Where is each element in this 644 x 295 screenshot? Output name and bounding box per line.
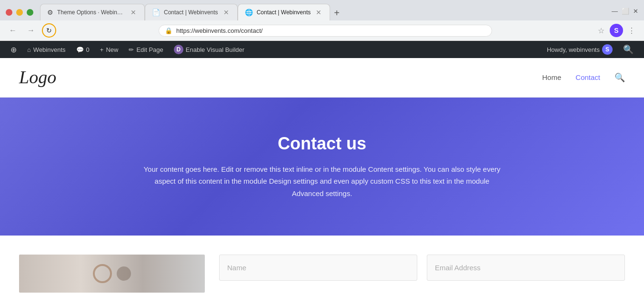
title-bar: ⚙ Theme Options · Webinvents — ✕ 📄 Conta… xyxy=(0,0,644,20)
wp-site-icon: ⌂ xyxy=(27,46,31,53)
window-controls xyxy=(6,9,33,16)
omnibar-row: ← → ↻ 🔒 ☆ S ⋮ xyxy=(0,20,644,40)
hero-description: Your content goes here. Edit or remove t… xyxy=(141,163,503,200)
hero-section: Contact us Your content goes here. Edit … xyxy=(0,98,644,236)
maximize-window-button[interactable] xyxy=(27,9,33,16)
wp-edit-page-item[interactable]: ✏ Edit Page xyxy=(124,41,168,58)
address-bar[interactable]: 🔒 xyxy=(159,25,492,37)
comments-icon: 💬 xyxy=(76,46,84,53)
browser-tabs: ⚙ Theme Options · Webinvents — ✕ 📄 Conta… xyxy=(40,4,610,20)
enable-vb-icon: D xyxy=(174,45,183,54)
minimize-window-button[interactable] xyxy=(16,9,23,16)
wp-search-button[interactable]: 🔍 xyxy=(618,41,638,58)
nav-home[interactable]: Home xyxy=(542,73,561,81)
bookmark-button[interactable]: ☆ xyxy=(594,24,608,37)
hero-title: Contact us xyxy=(278,134,366,154)
wordpress-icon: ⊕ xyxy=(10,45,17,54)
contact-image xyxy=(19,255,205,293)
tab-1-favicon: ⚙ xyxy=(47,9,53,16)
ring-decoration xyxy=(93,264,112,283)
site-header: Logo Home Contact 🔍 xyxy=(0,58,644,98)
new-icon: + xyxy=(100,46,104,53)
wp-new-item[interactable]: + New xyxy=(95,41,123,58)
wp-webinvents-item[interactable]: ⌂ Webinvents xyxy=(22,41,70,58)
browser-tab-1[interactable]: ⚙ Theme Options · Webinvents — ✕ xyxy=(40,4,145,20)
new-label: New xyxy=(106,46,118,53)
wp-enable-vb-item[interactable]: D Enable Visual Builder xyxy=(169,41,249,58)
tab-1-title: Theme Options · Webinvents — xyxy=(57,9,125,16)
menu-button[interactable]: ⋮ xyxy=(625,24,638,37)
omnibar-actions: ☆ S ⋮ xyxy=(594,24,638,37)
name-input[interactable] xyxy=(219,255,417,281)
comments-count: 0 xyxy=(86,46,90,53)
site-nav: Home Contact 🔍 xyxy=(542,72,625,83)
site-logo: Logo xyxy=(19,68,56,88)
tab-3-title: Contact | Webinvents xyxy=(257,9,311,16)
window-close-icon[interactable]: ✕ xyxy=(633,8,638,15)
back-button[interactable]: ← xyxy=(6,23,20,38)
nav-contact[interactable]: Contact xyxy=(575,73,600,81)
browser-chrome: ⚙ Theme Options · Webinvents — ✕ 📄 Conta… xyxy=(0,0,644,41)
edit-page-label: Edit Page xyxy=(136,46,163,53)
flower-decoration xyxy=(117,266,131,281)
wp-admin-bar: ⊕ ⌂ Webinvents 💬 0 + New ✏ Edit Page D E… xyxy=(0,41,644,58)
window-restore-icon[interactable]: ⬜ xyxy=(622,8,629,15)
url-input[interactable] xyxy=(176,27,486,34)
tab-3-close[interactable]: ✕ xyxy=(314,8,323,17)
howdy-text: Howdy, webinvents xyxy=(547,46,600,53)
edit-page-icon: ✏ xyxy=(129,46,134,53)
browser-tab-2[interactable]: 📄 Contact | Webinvents ✕ xyxy=(145,4,238,20)
wp-logo-item[interactable]: ⊕ xyxy=(6,41,21,58)
contact-form-area xyxy=(219,255,625,281)
site-search-button[interactable]: 🔍 xyxy=(614,72,625,83)
tab-1-close[interactable]: ✕ xyxy=(129,8,138,17)
enable-vb-label: Enable Visual Builder xyxy=(186,46,244,53)
user-avatar: S xyxy=(602,44,613,55)
tab-2-title: Contact | Webinvents xyxy=(164,9,218,16)
profile-button[interactable]: S xyxy=(610,24,623,37)
forward-button[interactable]: → xyxy=(24,23,38,38)
new-tab-button[interactable]: + xyxy=(330,6,343,20)
wp-comments-item[interactable]: 💬 0 xyxy=(71,41,94,58)
wp-site-name: Webinvents xyxy=(33,46,66,53)
reload-button[interactable]: ↻ xyxy=(42,23,56,38)
lock-icon: 🔒 xyxy=(165,27,172,34)
wp-howdy-item[interactable]: Howdy, webinvents S xyxy=(542,41,617,58)
tab-2-favicon: 📄 xyxy=(152,9,160,16)
window-minimize-icon[interactable]: — xyxy=(612,8,618,15)
email-input[interactable] xyxy=(427,255,625,281)
tab-3-favicon: 🌐 xyxy=(245,9,253,16)
contact-section xyxy=(0,236,644,293)
tab-2-close[interactable]: ✕ xyxy=(222,8,231,17)
browser-tab-3[interactable]: 🌐 Contact | Webinvents ✕ xyxy=(238,4,331,20)
close-window-button[interactable] xyxy=(6,9,12,16)
